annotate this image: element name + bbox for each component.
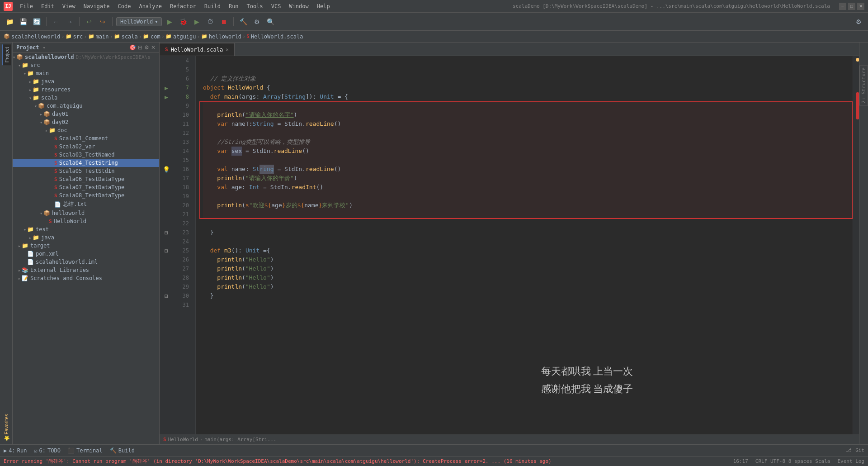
tree-item-day02[interactable]: ▾ 📦 day02 bbox=[13, 118, 159, 126]
tree-item-scala06[interactable]: ▸ S Scala06_TestDataType bbox=[13, 175, 159, 183]
tree-header-icons: 🎯 ⊟ ⚙ ✕ bbox=[129, 44, 156, 51]
code-area[interactable]: // 定义伴生对象 object HelloWorld { def main(a… bbox=[196, 56, 853, 434]
settings-button[interactable]: ⚙ bbox=[853, 16, 864, 28]
bulb-icon[interactable]: 💡 bbox=[163, 166, 170, 173]
coverage-button[interactable]: ▶ bbox=[191, 16, 203, 28]
menu-vcs[interactable]: VCS bbox=[268, 2, 285, 10]
tree-item-scala03[interactable]: ▸ S Scala03_TestNamed bbox=[13, 151, 159, 159]
tree-item-pom[interactable]: ▸ 📄 pom.xml bbox=[13, 250, 159, 258]
menu-help[interactable]: Help bbox=[313, 2, 334, 10]
tree-close-button[interactable]: ✕ bbox=[151, 44, 156, 51]
line-num-4: 4 bbox=[173, 56, 192, 65]
tree-item-main[interactable]: ▾ 📁 main bbox=[13, 69, 159, 77]
tree-locate-button[interactable]: 🎯 bbox=[129, 44, 136, 51]
gutter-line-8[interactable]: ▶ bbox=[160, 92, 173, 101]
build-tab[interactable]: 🔨 Build bbox=[110, 447, 135, 454]
tree-item-test-java[interactable]: ▸ 📁 java bbox=[13, 233, 159, 242]
gutter-line-25[interactable]: ⊟ bbox=[160, 246, 173, 255]
breadcrumb-file[interactable]: S HelloWorld.scala bbox=[246, 33, 303, 40]
forward-button[interactable]: → bbox=[64, 16, 75, 28]
redo-button[interactable]: ↪ bbox=[97, 16, 108, 28]
tab-close-button[interactable]: ✕ bbox=[226, 47, 229, 52]
txt-icon: 📄 bbox=[54, 201, 61, 208]
menu-refactor[interactable]: Refactor bbox=[166, 2, 200, 10]
breadcrumb-com[interactable]: 📁 com bbox=[143, 33, 160, 40]
project-tab-button[interactable]: Project bbox=[2, 44, 11, 65]
structure-tab[interactable]: 2: Structure bbox=[859, 65, 868, 105]
undo-button[interactable]: ↩ bbox=[83, 16, 95, 28]
tree-item-scala04[interactable]: ▸ S Scala04_TestString bbox=[13, 159, 159, 167]
breadcrumb-main[interactable]: 📁 main bbox=[88, 33, 109, 40]
tree-item-scratches[interactable]: ▸ 📝 Scratches and Consoles bbox=[13, 274, 159, 282]
menu-run[interactable]: Run bbox=[225, 2, 242, 10]
breadcrumb-scalahelloworld[interactable]: 📦 scalahelloworld bbox=[4, 33, 60, 40]
gutter-line-6 bbox=[160, 74, 173, 83]
todo-tab[interactable]: ☑ 6: TODO bbox=[34, 447, 61, 454]
profile-button[interactable]: ⏱ bbox=[204, 16, 216, 28]
breadcrumb-atguigu[interactable]: 📁 atguigu bbox=[165, 33, 196, 40]
menu-tools[interactable]: Tools bbox=[243, 2, 267, 10]
tree-item-summary[interactable]: ▸ 📄 总结.txt bbox=[13, 200, 159, 209]
tree-item-scala02[interactable]: ▸ S Scala02_var bbox=[13, 143, 159, 151]
close-button[interactable]: ✕ bbox=[857, 3, 864, 10]
stop-button[interactable]: ⏹ bbox=[218, 16, 230, 28]
breadcrumb-src[interactable]: 📁 src bbox=[66, 33, 83, 40]
build-button[interactable]: 🔨 bbox=[237, 16, 249, 28]
tree-item-com-atguigu[interactable]: ▾ 📦 com.atguigu bbox=[13, 102, 159, 110]
menu-window[interactable]: Window bbox=[285, 2, 312, 10]
gutter-line-23[interactable]: ⊟ bbox=[160, 228, 173, 237]
add-config-button[interactable]: ⚙ bbox=[251, 16, 263, 28]
tree-item-helloworld-pkg[interactable]: ▾ 📦 helloworld bbox=[13, 209, 159, 217]
tree-item-test[interactable]: ▾ 📁 test bbox=[13, 225, 159, 233]
menu-code[interactable]: Code bbox=[114, 2, 135, 10]
gutter-line-30[interactable]: ⊟ bbox=[160, 291, 173, 300]
tree-item-src[interactable]: ▾ 📁 src bbox=[13, 61, 159, 69]
breadcrumb-helloworld[interactable]: 📁 helloworld bbox=[201, 33, 241, 40]
menu-analyze[interactable]: Analyze bbox=[135, 2, 165, 10]
back-button[interactable]: ← bbox=[50, 16, 62, 28]
menu-navigate[interactable]: Navigate bbox=[80, 2, 113, 10]
tree-item-scala08[interactable]: ▸ S Scala08_TestDataType bbox=[13, 191, 159, 200]
tab-helloworld[interactable]: S HelloWorld.scala ✕ bbox=[160, 43, 235, 56]
line-num-7: 7 bbox=[173, 83, 192, 92]
run-button[interactable]: ▶ bbox=[164, 16, 175, 28]
tree-item-scalahelloworld[interactable]: ▾ 📦 scalahelloworld D:\MyWork\WorkSpaceI… bbox=[13, 53, 159, 61]
gutter-line-7[interactable]: ▶ bbox=[160, 83, 173, 92]
menu-view[interactable]: View bbox=[59, 2, 79, 10]
open-button[interactable]: 📁 bbox=[4, 16, 15, 28]
tree-item-scala[interactable]: ▾ 📁 scala bbox=[13, 94, 159, 102]
event-log-button[interactable]: Event Log bbox=[837, 458, 864, 464]
tree-item-java[interactable]: ▸ 📁 java bbox=[13, 77, 159, 86]
tree-settings-button[interactable]: ⚙ bbox=[144, 44, 149, 51]
tree-item-resources[interactable]: ▸ 📁 resources bbox=[13, 86, 159, 94]
tree-item-ext-libs[interactable]: ▸ 📚 External Libraries bbox=[13, 266, 159, 274]
terminal-tab[interactable]: ⬛ Terminal bbox=[68, 447, 103, 454]
tree-item-scala07[interactable]: ▸ S Scala07_TestDataType bbox=[13, 183, 159, 191]
tree-item-day01[interactable]: ▸ 📦 day01 bbox=[13, 110, 159, 118]
tree-item-helloworld-file[interactable]: ▸ S HelloWorld bbox=[13, 217, 159, 225]
breadcrumb-scala[interactable]: 📁 scala bbox=[114, 33, 138, 40]
minimize-button[interactable]: − bbox=[839, 3, 846, 10]
run-tab[interactable]: ▶ 4: Run bbox=[4, 447, 27, 454]
tree-item-iml[interactable]: ▸ 📄 scalahelloworld.iml bbox=[13, 258, 159, 266]
menu-file[interactable]: File bbox=[16, 2, 37, 10]
tree-item-target[interactable]: ▸ 📁 target bbox=[13, 242, 159, 250]
menu-build[interactable]: Build bbox=[201, 2, 224, 10]
run-config-dropdown[interactable]: HelloWorld ▾ bbox=[116, 17, 162, 26]
favorites-tab-button[interactable]: ⭐ Favorites bbox=[2, 411, 10, 444]
code-line-7: object HelloWorld { bbox=[203, 83, 853, 92]
tree-item-doc[interactable]: ▸ 📁 doc bbox=[13, 126, 159, 134]
save-button[interactable]: 💾 bbox=[17, 16, 29, 28]
search-everywhere-button[interactable]: 🔍 bbox=[264, 16, 276, 28]
tree-item-scala01[interactable]: ▸ S Scala01_Comment bbox=[13, 134, 159, 143]
maximize-button[interactable]: □ bbox=[848, 3, 855, 10]
code-line-31 bbox=[203, 300, 853, 309]
tree-collapse-button[interactable]: ⊟ bbox=[138, 44, 142, 51]
debug-button[interactable]: 🐞 bbox=[177, 16, 189, 28]
menu-edit[interactable]: Edit bbox=[38, 2, 58, 10]
gutter-line-16: 💡 bbox=[160, 165, 173, 174]
expand-arrow: ▾ bbox=[24, 227, 26, 232]
sync-button[interactable]: 🔄 bbox=[31, 16, 42, 28]
toolbar-sep-1 bbox=[46, 17, 47, 26]
tree-item-scala05[interactable]: ▸ S Scala05_TestStdIn bbox=[13, 167, 159, 175]
